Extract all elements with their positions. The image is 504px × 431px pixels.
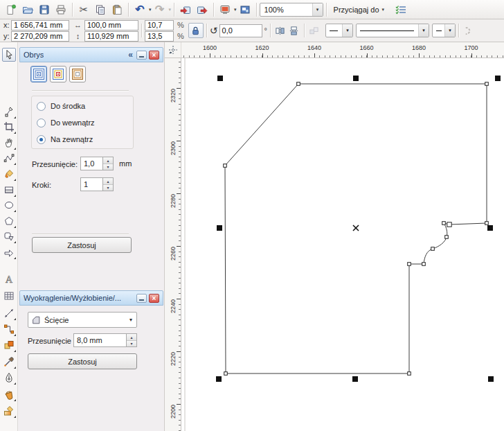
selection-handle[interactable] bbox=[353, 76, 359, 81]
y-position-field[interactable]: 2 270,209 mm bbox=[11, 31, 69, 42]
curve-node[interactable] bbox=[447, 222, 451, 227]
scale-v-field[interactable]: 13,5 bbox=[145, 31, 174, 42]
options-icon[interactable] bbox=[393, 1, 409, 18]
contour-to-center-button[interactable] bbox=[30, 66, 47, 82]
curve-node[interactable] bbox=[408, 372, 411, 376]
basic-shapes-tool[interactable] bbox=[2, 229, 16, 243]
selection-handle[interactable] bbox=[352, 376, 358, 382]
inside-contour-button[interactable] bbox=[50, 66, 66, 82]
curve-node[interactable] bbox=[224, 164, 227, 168]
object-height-field[interactable]: 110,929 mm bbox=[84, 31, 138, 42]
contour-apply-button[interactable]: Zastosuj bbox=[32, 237, 132, 253]
eyedropper-tool[interactable] bbox=[2, 355, 16, 369]
fillet-docker-titlebar[interactable]: Wyokrąglenie/Wyżłobienie/... × bbox=[19, 290, 163, 306]
selection-handle[interactable] bbox=[488, 376, 494, 382]
radio-to-center[interactable]: Do środka bbox=[37, 101, 85, 111]
lock-ratio-button[interactable] bbox=[188, 23, 204, 38]
mirror-vertical-icon[interactable] bbox=[287, 24, 301, 37]
import-icon[interactable] bbox=[177, 1, 194, 18]
interactive-fill-tool[interactable] bbox=[2, 404, 16, 418]
undo-icon[interactable]: ↶ bbox=[132, 1, 148, 18]
redo-icon[interactable]: ↷ bbox=[152, 1, 168, 18]
cut-icon[interactable]: ✂ bbox=[75, 1, 92, 18]
selection-handle[interactable] bbox=[487, 225, 493, 231]
object-width-field[interactable]: 100,0 mm bbox=[84, 20, 138, 30]
rectangle-tool[interactable] bbox=[2, 183, 16, 197]
contour-docker-titlebar[interactable]: Obrys « × bbox=[19, 47, 163, 62]
selection-handle[interactable] bbox=[217, 76, 223, 81]
rotation-angle-field[interactable]: 0,0 bbox=[219, 24, 262, 37]
line-style-combo[interactable]: ▾ bbox=[356, 24, 429, 37]
shape-tool[interactable] bbox=[2, 105, 16, 118]
curve-node[interactable] bbox=[485, 82, 489, 86]
contour-offset-spinner[interactable]: 1,0 ▴▾ bbox=[80, 157, 114, 170]
toolbar-separator bbox=[326, 3, 327, 17]
freehand-tool[interactable] bbox=[2, 151, 16, 165]
selection-handle[interactable] bbox=[217, 225, 222, 231]
fillet-operation-dropdown[interactable]: Ścięcie ▾ bbox=[28, 312, 137, 328]
curve-node[interactable] bbox=[485, 222, 489, 225]
horizontal-ruler[interactable]: 160016201640166016801700 bbox=[181, 42, 504, 58]
close-docker-icon[interactable]: × bbox=[149, 51, 159, 60]
copy-icon[interactable] bbox=[92, 1, 109, 18]
pick-tool[interactable] bbox=[2, 48, 16, 62]
line-start-arrow-combo[interactable]: ▾ bbox=[325, 24, 353, 37]
new-document-icon[interactable] bbox=[3, 1, 19, 18]
fill-tool[interactable] bbox=[2, 387, 16, 401]
ellipse-tool[interactable] bbox=[2, 198, 16, 212]
pan-tool[interactable] bbox=[2, 136, 16, 150]
zoom-combo-caret[interactable]: ▾ bbox=[312, 3, 323, 16]
polygon-tool[interactable] bbox=[2, 214, 16, 228]
zoom-level-combo[interactable]: 100% ▾ bbox=[260, 3, 323, 17]
curve-node[interactable] bbox=[408, 263, 411, 266]
snap-to-button[interactable]: Przyciągaj do ▾ bbox=[330, 4, 389, 15]
curve-node[interactable] bbox=[431, 247, 435, 251]
scale-h-field[interactable]: 10,7 bbox=[145, 20, 174, 30]
selection-handle[interactable] bbox=[216, 376, 222, 382]
radio-inside[interactable]: Do wewnątrz bbox=[37, 118, 95, 127]
ruler-origin-button[interactable] bbox=[165, 42, 181, 58]
curve-node[interactable] bbox=[445, 236, 449, 239]
fillet-offset-spinner[interactable]: 8,0 mm ▴▾ bbox=[73, 333, 137, 347]
radio-circle bbox=[37, 118, 46, 127]
fillet-apply-button[interactable]: Zastosuj bbox=[28, 353, 137, 369]
blend-tool[interactable] bbox=[2, 338, 16, 352]
text-tool[interactable]: A bbox=[2, 272, 16, 286]
dimension-tool[interactable] bbox=[2, 306, 16, 320]
outside-contour-button[interactable] bbox=[69, 66, 86, 82]
outline-pen-tool[interactable] bbox=[2, 371, 16, 385]
save-icon[interactable] bbox=[36, 1, 53, 18]
line-end-arrow-combo[interactable]: ▾ bbox=[432, 24, 456, 37]
curve-node[interactable] bbox=[297, 82, 300, 86]
minimize-docker-icon[interactable] bbox=[136, 51, 147, 60]
close-docker-icon[interactable]: × bbox=[149, 294, 159, 303]
print-icon[interactable] bbox=[53, 1, 69, 18]
radio-outside[interactable]: Na zewnątrz bbox=[37, 134, 93, 144]
arrow-shapes-tool[interactable] bbox=[2, 245, 16, 259]
collapse-docker-icon[interactable]: « bbox=[128, 50, 133, 60]
undo-dropdown-caret[interactable]: ▾ bbox=[149, 7, 152, 12]
redo-dropdown-caret[interactable]: ▾ bbox=[169, 7, 172, 12]
selected-shape-object[interactable] bbox=[181, 58, 504, 431]
table-tool[interactable] bbox=[2, 289, 16, 303]
curve-node[interactable] bbox=[224, 372, 228, 376]
curve-node[interactable] bbox=[442, 222, 446, 225]
paste-icon[interactable] bbox=[109, 1, 125, 18]
mirror-horizontal-icon[interactable] bbox=[273, 24, 287, 37]
welcome-screen-icon[interactable] bbox=[237, 1, 253, 18]
coreldraw-window: ✂ ↶ ▾ ↷ ▾ ▾ 100% ▾ P bbox=[0, 0, 504, 431]
export-icon[interactable] bbox=[194, 1, 210, 18]
minimize-docker-icon[interactable] bbox=[136, 294, 147, 303]
curve-node[interactable] bbox=[422, 263, 426, 266]
selection-handle[interactable] bbox=[495, 76, 501, 81]
contour-steps-spinner[interactable]: 1 ▴▾ bbox=[80, 177, 114, 191]
connector-tool[interactable] bbox=[2, 322, 16, 336]
ruler-origin-icon bbox=[168, 44, 179, 55]
smart-fill-tool[interactable] bbox=[2, 167, 16, 181]
open-icon[interactable] bbox=[19, 1, 36, 18]
drawing-canvas[interactable] bbox=[181, 58, 504, 431]
crop-tool[interactable] bbox=[2, 120, 16, 134]
application-launcher-icon[interactable] bbox=[217, 1, 233, 18]
x-position-field[interactable]: 1 656,741 mm bbox=[11, 20, 69, 30]
vertical-ruler[interactable]: 2320230022802260224022202200 bbox=[165, 58, 181, 431]
